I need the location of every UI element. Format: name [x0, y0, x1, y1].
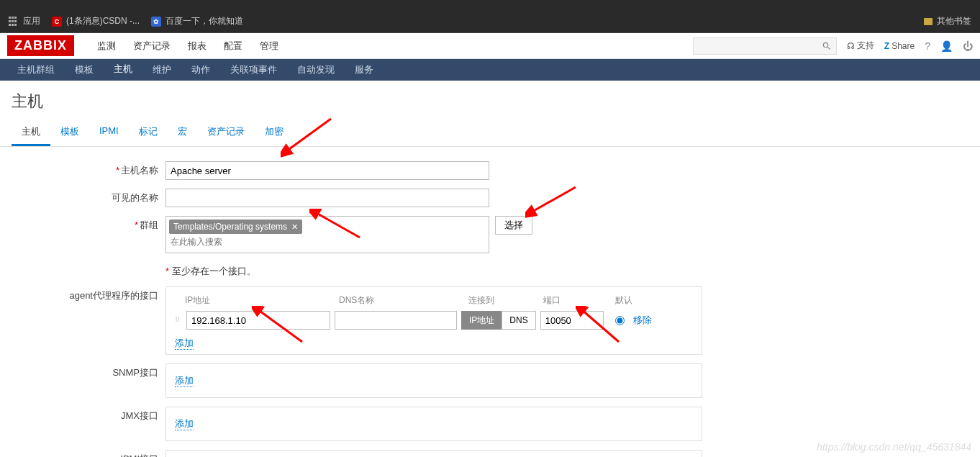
- ip-input[interactable]: [186, 311, 330, 330]
- apps-label: 应用: [23, 15, 40, 27]
- ipmi-interface-label: IPMI接口: [12, 450, 165, 457]
- group-tag-remove-icon[interactable]: ✕: [291, 222, 298, 232]
- interface-row: ⠿ IP地址 DNS 移除: [175, 311, 693, 330]
- visible-name-input[interactable]: [165, 189, 489, 207]
- subnav-templates[interactable]: 模板: [65, 58, 104, 81]
- tab-macros[interactable]: 宏: [168, 119, 197, 146]
- search-input[interactable]: [698, 41, 822, 51]
- nav-monitor[interactable]: 监测: [89, 32, 124, 60]
- apps-button[interactable]: 应用: [9, 15, 40, 27]
- jmx-interface-box: 添加: [165, 407, 702, 441]
- snmp-interface-label: SNMP接口: [12, 363, 165, 379]
- nav-admin[interactable]: 管理: [251, 32, 287, 60]
- bookmark-csdn[interactable]: C (1条消息)CSDN -...: [52, 15, 140, 27]
- share-link[interactable]: ZShare: [884, 41, 915, 51]
- browser-bookmarks-bar: 应用 C (1条消息)CSDN -... ✿ 百度一下，你就知道 其他书签: [0, 10, 980, 33]
- interface-note: * 至少存在一个接口。: [165, 262, 256, 278]
- col-dns: DNS名称: [339, 294, 468, 307]
- baidu-icon: ✿: [151, 17, 161, 27]
- group-tag: Templates/Operating systems ✕: [169, 220, 302, 234]
- groups-multiselect[interactable]: Templates/Operating systems ✕: [165, 216, 489, 253]
- zabbix-logo[interactable]: ZABBIX: [7, 35, 74, 56]
- add-snmp-interface-link[interactable]: 添加: [175, 375, 194, 387]
- bookmark-csdn-label: (1条消息)CSDN -...: [66, 15, 140, 27]
- subnav-actions[interactable]: 动作: [181, 58, 220, 81]
- subnav-hosts[interactable]: 主机: [104, 58, 142, 83]
- drag-handle-icon[interactable]: ⠿: [175, 319, 182, 322]
- nav-reports[interactable]: 报表: [179, 32, 215, 60]
- tab-ipmi[interactable]: IPMI: [89, 119, 129, 146]
- add-agent-interface-link[interactable]: 添加: [175, 338, 194, 350]
- support-link[interactable]: ☊支持: [847, 40, 874, 52]
- dns-input[interactable]: [335, 311, 457, 330]
- add-jmx-interface-link[interactable]: 添加: [175, 418, 194, 430]
- bookmark-baidu-label: 百度一下，你就知道: [165, 15, 243, 27]
- col-connect: 连接到: [468, 294, 543, 307]
- nav-config[interactable]: 配置: [215, 32, 251, 60]
- col-default: 默认: [615, 294, 658, 307]
- toggle-dns-button[interactable]: DNS: [502, 311, 535, 330]
- help-icon[interactable]: ?: [925, 40, 930, 52]
- interface-header: IP地址 DNS名称 连接到 端口 默认: [175, 294, 693, 307]
- host-name-input[interactable]: [165, 161, 489, 180]
- connect-toggle: IP地址 DNS: [461, 311, 536, 330]
- tab-tags[interactable]: 标记: [129, 119, 168, 146]
- watermark: https://blog.csdn.net/qq_45631844: [817, 441, 971, 453]
- form-tabs: 主机 模板 IPMI 标记 宏 资产记录 加密: [0, 119, 980, 147]
- remove-interface-link[interactable]: 移除: [633, 314, 652, 327]
- subnav-services[interactable]: 服务: [345, 58, 384, 81]
- groups-label: *群组: [12, 216, 165, 232]
- csdn-icon: C: [52, 17, 62, 27]
- bookmark-baidu[interactable]: ✿ 百度一下，你就知道: [151, 15, 243, 27]
- search-icon[interactable]: [822, 41, 832, 51]
- toggle-ip-button[interactable]: IP地址: [461, 311, 502, 330]
- browser-address-bar: [0, 0, 980, 10]
- power-icon[interactable]: ⏻: [963, 40, 973, 52]
- agent-interface-label: agent代理程序的接口: [12, 286, 165, 302]
- tab-inventory[interactable]: 资产记录: [197, 119, 255, 146]
- visible-name-label: 可见的名称: [12, 189, 165, 204]
- top-nav: ZABBIX 监测 资产记录 报表 配置 管理 ☊支持 ZShare ? 👤 ⏻: [0, 33, 980, 59]
- jmx-interface-label: JMX接口: [12, 407, 165, 422]
- default-radio[interactable]: [615, 316, 625, 325]
- page-title: 主机: [0, 81, 980, 119]
- apps-grid-icon: [9, 17, 19, 27]
- tab-templates[interactable]: 模板: [50, 119, 89, 146]
- search-box[interactable]: [693, 37, 837, 55]
- form-area: *主机名称 可见的名称 *群组 Templates/Operating syst…: [0, 147, 980, 457]
- other-bookmarks[interactable]: 其他书签: [937, 15, 971, 27]
- ipmi-interface-box: 添加: [165, 450, 702, 457]
- port-input[interactable]: [540, 311, 604, 330]
- tab-host[interactable]: 主机: [12, 119, 50, 146]
- group-tag-label: Templates/Operating systems: [173, 222, 287, 232]
- groups-search-input[interactable]: [169, 234, 486, 250]
- col-ip: IP地址: [175, 294, 339, 307]
- subnav-discovery[interactable]: 自动发现: [287, 58, 345, 81]
- folder-icon: [924, 18, 933, 25]
- tab-encryption[interactable]: 加密: [255, 119, 294, 146]
- user-icon[interactable]: 👤: [940, 40, 953, 52]
- subnav-hostgroups[interactable]: 主机群组: [7, 58, 65, 81]
- snmp-interface-box: 添加: [165, 363, 702, 398]
- host-name-label: *主机名称: [12, 161, 165, 177]
- groups-select-button[interactable]: 选择: [495, 216, 532, 235]
- nav-inventory[interactable]: 资产记录: [124, 32, 179, 60]
- sub-nav: 主机群组 模板 主机 维护 动作 关联项事件 自动发现 服务: [0, 59, 980, 81]
- col-port: 端口: [543, 294, 615, 307]
- subnav-maintenance[interactable]: 维护: [142, 58, 181, 81]
- agent-interface-box: IP地址 DNS名称 连接到 端口 默认 ⠿ IP地址 DNS: [165, 286, 702, 355]
